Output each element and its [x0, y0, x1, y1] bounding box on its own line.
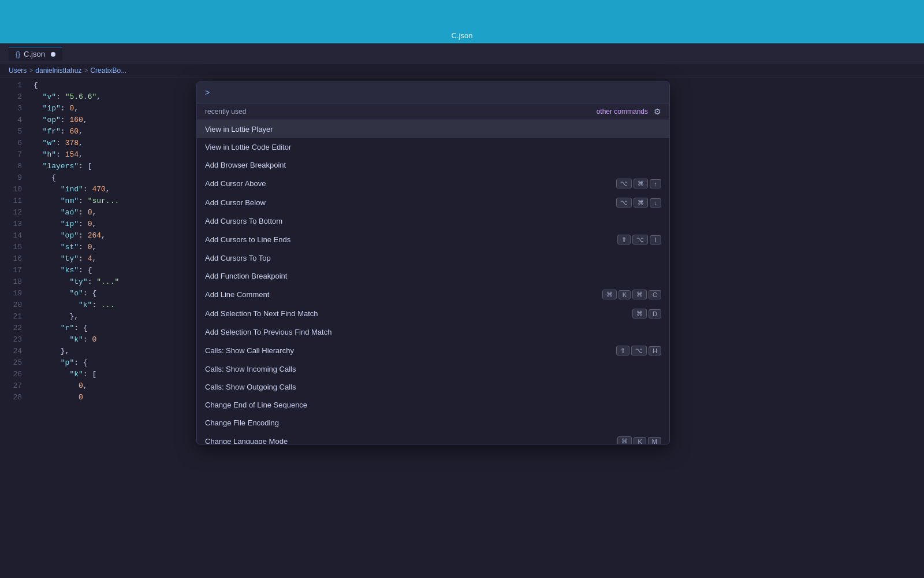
item-label: Add Function Breakpoint — [205, 272, 661, 280]
command-palette: > recently used other commands ⚙ View in… — [196, 81, 670, 444]
palette-item-add-cursor-below[interactable]: Add Cursor Below ⌥ ⌘ ↓ — [197, 193, 669, 212]
palette-item-add-selection-prev[interactable]: Add Selection To Previous Find Match — [197, 323, 669, 341]
item-label: Add Cursors to Line Ends — [205, 235, 617, 244]
breadcrumb: Users > danielnisttahuz > CreatixBo... — [0, 64, 924, 77]
key-badge: I — [650, 235, 661, 244]
palette-item-add-function-breakpoint[interactable]: Add Function Breakpoint — [197, 267, 669, 285]
tab-bar: {} C.json — [0, 43, 924, 64]
recently-used-label: recently used — [205, 108, 246, 116]
item-label: Add Selection To Previous Find Match — [205, 328, 661, 336]
tab-label: C.json — [24, 50, 45, 58]
palette-item-calls-hierarchy[interactable]: Calls: Show Call Hierarchy ⇧ ⌥ H — [197, 341, 669, 360]
key-badge: ⌘ — [632, 309, 647, 318]
item-label: Change File Encoding — [205, 418, 661, 427]
palette-item-add-line-comment[interactable]: Add Line Comment ⌘ K ⌘ C — [197, 285, 669, 304]
key-badge: ⌥ — [616, 198, 632, 208]
breadcrumb-dir[interactable]: CreatixBo... — [90, 66, 126, 75]
palette-item-change-encoding[interactable]: Change File Encoding — [197, 414, 669, 432]
item-keys: ⌥ ⌘ ↑ — [616, 179, 661, 188]
key-badge: K — [619, 290, 631, 299]
gear-icon[interactable]: ⚙ — [654, 107, 661, 116]
item-label: Add Browser Breakpoint — [205, 161, 661, 169]
key-badge: ⌘ — [617, 436, 632, 444]
key-badge: C — [649, 290, 661, 299]
palette-item-change-eol[interactable]: Change End of Line Sequence — [197, 396, 669, 414]
palette-item-add-cursor-above[interactable]: Add Cursor Above ⌥ ⌘ ↑ — [197, 174, 669, 193]
tab-cjson[interactable]: {} C.json — [9, 47, 62, 61]
item-keys: ⇧ ⌥ H — [616, 346, 661, 355]
item-label: Add Cursor Above — [205, 179, 616, 188]
item-label: View in Lottie Code Editor — [205, 143, 661, 151]
key-badge: ↑ — [650, 179, 661, 188]
line-numbers: 12345 678910 1112131415 1617181920 21222… — [0, 80, 29, 403]
item-label: Add Cursors To Top — [205, 254, 661, 262]
item-label: Add Cursor Below — [205, 198, 616, 207]
breadcrumb-users[interactable]: Users — [9, 66, 27, 75]
other-commands-label[interactable]: other commands — [597, 108, 648, 116]
item-keys: ⌘ K ⌘ C — [602, 290, 661, 299]
palette-input-area: > — [197, 82, 669, 103]
item-label: Add Selection To Next Find Match — [205, 309, 632, 318]
item-label: Calls: Show Incoming Calls — [205, 365, 661, 373]
key-badge: D — [649, 309, 661, 318]
palette-item-calls-incoming[interactable]: Calls: Show Incoming Calls — [197, 360, 669, 378]
palette-item-add-cursors-to-top[interactable]: Add Cursors To Top — [197, 249, 669, 267]
item-label: View in Lottie Player — [205, 125, 661, 134]
palette-item-calls-outgoing[interactable]: Calls: Show Outgoing Calls — [197, 378, 669, 396]
breadcrumb-sep-1: > — [29, 66, 33, 75]
breadcrumb-user[interactable]: danielnisttahuz — [35, 66, 81, 75]
main-area: Users > danielnisttahuz > CreatixBo... 1… — [0, 64, 924, 578]
palette-header-right: other commands ⚙ — [597, 107, 661, 116]
key-badge: ⇧ — [616, 346, 629, 355]
item-keys: ⌘ K M — [617, 436, 661, 444]
title-bar: C.json — [0, 0, 924, 43]
item-keys: ⌘ D — [632, 309, 661, 318]
window-title: C.json — [452, 31, 473, 40]
item-label: Add Cursors To Bottom — [205, 217, 661, 225]
key-badge: K — [634, 437, 646, 444]
palette-prompt: > — [205, 88, 210, 97]
palette-item-add-cursors-to-line-ends[interactable]: Add Cursors to Line Ends ⇧ ⌥ I — [197, 230, 669, 249]
item-keys: ⇧ ⌥ I — [617, 235, 661, 244]
key-badge: ⌥ — [632, 235, 648, 244]
palette-item-change-language[interactable]: Change Language Mode ⌘ K M — [197, 432, 669, 444]
item-keys: ⌥ ⌘ ↓ — [616, 198, 661, 208]
key-badge: ⌘ — [634, 198, 648, 208]
palette-list: View in Lottie Player View in Lottie Cod… — [197, 120, 669, 444]
palette-item-view-lottie-code-editor[interactable]: View in Lottie Code Editor — [197, 138, 669, 156]
key-badge: ⌥ — [616, 179, 632, 188]
file-icon: {} — [16, 50, 20, 58]
item-label: Change End of Line Sequence — [205, 401, 661, 409]
key-badge: ⌥ — [631, 346, 647, 355]
key-badge: H — [649, 346, 661, 355]
key-badge: M — [648, 437, 661, 444]
tab-modified-dot — [51, 52, 55, 57]
key-badge: ⇧ — [617, 235, 631, 244]
palette-item-add-cursors-to-bottom[interactable]: Add Cursors To Bottom — [197, 212, 669, 230]
key-badge: ⌘ — [634, 179, 648, 188]
key-badge: ⌘ — [602, 290, 617, 299]
item-label: Calls: Show Call Hierarchy — [205, 346, 616, 355]
palette-header: recently used other commands ⚙ — [197, 103, 669, 120]
item-label: Add Line Comment — [205, 290, 602, 299]
palette-item-add-selection-next[interactable]: Add Selection To Next Find Match ⌘ D — [197, 304, 669, 323]
breadcrumb-sep-2: > — [84, 66, 88, 75]
palette-item-add-browser-breakpoint[interactable]: Add Browser Breakpoint — [197, 156, 669, 174]
item-label: Calls: Show Outgoing Calls — [205, 383, 661, 391]
palette-item-view-lottie-player[interactable]: View in Lottie Player — [197, 120, 669, 138]
key-badge: ↓ — [650, 198, 661, 208]
palette-search-input[interactable] — [212, 88, 661, 97]
key-badge: ⌘ — [632, 290, 647, 299]
item-label: Change Language Mode — [205, 437, 617, 444]
